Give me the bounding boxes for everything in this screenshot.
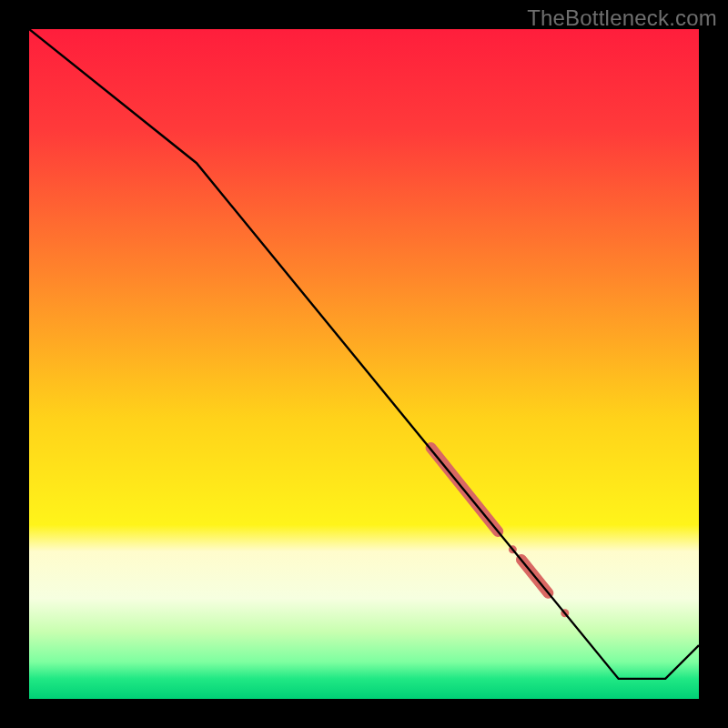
chart-svg bbox=[29, 29, 699, 699]
chart-frame: TheBottleneck.com bbox=[0, 0, 728, 728]
plot-area bbox=[29, 29, 699, 699]
watermark-label: TheBottleneck.com bbox=[527, 5, 717, 31]
gradient-background bbox=[29, 29, 699, 699]
